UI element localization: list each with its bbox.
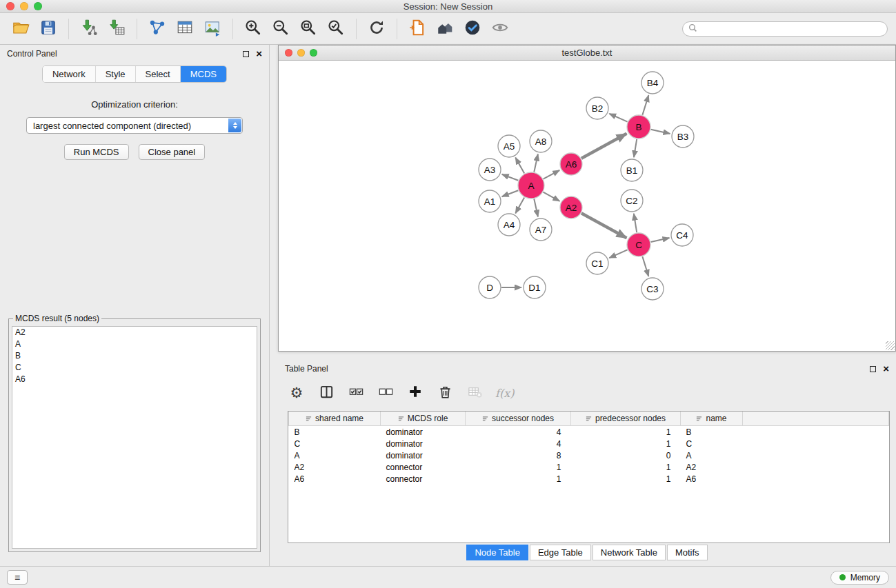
tab-network[interactable]: Network — [43, 66, 96, 82]
network-edge-A-A8[interactable] — [534, 154, 538, 172]
first-neighbors-button[interactable] — [432, 17, 457, 41]
zoom-window-button[interactable] — [34, 2, 42, 10]
tab-select[interactable]: Select — [136, 66, 181, 82]
network-node-C4[interactable]: C4 — [671, 224, 693, 246]
zoom-out-button[interactable] — [268, 17, 293, 41]
app-badge-button[interactable] — [460, 17, 485, 41]
network-node-B[interactable]: B — [627, 115, 650, 139]
window-resize-grip[interactable] — [886, 341, 895, 350]
new-network-button[interactable] — [145, 17, 170, 41]
tab-edge-table[interactable]: Edge Table — [530, 545, 591, 560]
network-edge-B-B1[interactable] — [634, 139, 637, 157]
network-node-C3[interactable]: C3 — [641, 278, 664, 300]
network-edge-A-A6[interactable] — [544, 170, 560, 179]
tab-style[interactable]: Style — [96, 66, 136, 82]
network-node-B4[interactable]: B4 — [641, 72, 664, 94]
tab-network-table[interactable]: Network Table — [593, 545, 666, 560]
tab-mcds[interactable]: MCDS — [181, 66, 226, 82]
table-row[interactable]: Bdominator41B — [289, 426, 889, 438]
node-table-container[interactable]: shared nameMCDS rolesuccessor nodesprede… — [288, 411, 890, 543]
network-zoom-button[interactable] — [310, 49, 317, 57]
show-hide-button[interactable] — [488, 17, 512, 41]
column-header-name[interactable]: name — [681, 412, 743, 426]
network-canvas[interactable]: AA6A2BCA5A8A3A1A4A7B1B2B3B4C1C2C3C4DD1 — [279, 61, 895, 351]
close-table-panel-icon[interactable]: × — [883, 365, 889, 372]
network-edge-C-C4[interactable] — [651, 238, 670, 242]
save-session-button[interactable] — [36, 17, 61, 41]
network-edge-A-A2[interactable] — [544, 192, 560, 201]
import-network-button[interactable] — [77, 17, 101, 41]
delete-column-button[interactable] — [436, 384, 454, 402]
result-item[interactable]: A6 — [12, 374, 257, 385]
column-header-predecessor-nodes[interactable]: predecessor nodes — [571, 412, 681, 426]
dropdown-stepper-icon[interactable] — [228, 119, 241, 132]
network-edge-B-B2[interactable] — [609, 114, 627, 122]
table-row[interactable]: Cdominator41C — [289, 438, 889, 449]
network-node-B1[interactable]: B1 — [621, 159, 643, 181]
network-node-A1[interactable]: A1 — [479, 190, 501, 212]
network-edge-A-A5[interactable] — [515, 158, 524, 174]
network-edge-A-A3[interactable] — [502, 174, 519, 181]
column-header-shared-name[interactable]: shared name — [289, 412, 381, 426]
result-item[interactable]: A — [12, 338, 257, 350]
close-panel-button[interactable]: Close panel — [139, 144, 206, 160]
network-node-C[interactable]: C — [627, 233, 650, 256]
table-row[interactable]: Adominator80A — [289, 449, 889, 461]
network-minimize-button[interactable] — [297, 49, 305, 57]
optimization-criterion-dropdown[interactable]: largest connected component (directed) — [26, 117, 243, 134]
tab-motifs[interactable]: Motifs — [667, 545, 708, 560]
network-node-D1[interactable]: D1 — [524, 276, 546, 298]
open-file-button[interactable] — [405, 17, 430, 41]
unselect-all-button[interactable] — [377, 384, 395, 402]
new-table-button[interactable] — [172, 17, 197, 41]
column-header-MCDS-role[interactable]: MCDS role — [381, 412, 466, 426]
mcds-result-list[interactable]: A2ABCA6 — [12, 326, 257, 549]
network-node-A4[interactable]: A4 — [498, 214, 520, 236]
close-window-button[interactable] — [6, 2, 14, 10]
network-close-button[interactable] — [285, 49, 292, 57]
export-image-button[interactable] — [200, 17, 225, 41]
refresh-button[interactable] — [364, 17, 389, 41]
zoom-selected-button[interactable] — [323, 17, 348, 41]
task-history-button[interactable]: ≡ — [7, 570, 28, 585]
column-header-successor-nodes[interactable]: successor nodes — [466, 412, 571, 426]
network-edge-A-A1[interactable] — [502, 190, 519, 196]
network-node-A7[interactable]: A7 — [530, 219, 552, 241]
table-row[interactable]: A6connector11A6 — [289, 473, 889, 485]
close-panel-icon[interactable]: × — [256, 50, 262, 57]
network-node-A6[interactable]: A6 — [560, 153, 582, 175]
float-table-panel-icon[interactable] — [870, 366, 876, 372]
network-node-A3[interactable]: A3 — [479, 159, 501, 181]
network-node-A[interactable]: A — [518, 172, 544, 199]
network-node-C1[interactable]: C1 — [586, 252, 608, 274]
table-settings-button[interactable]: ⚙ — [288, 384, 306, 402]
zoom-in-button[interactable] — [241, 17, 266, 41]
float-panel-icon[interactable] — [243, 51, 249, 57]
minimize-window-button[interactable] — [20, 2, 28, 10]
network-node-A5[interactable]: A5 — [498, 135, 520, 157]
network-node-B3[interactable]: B3 — [672, 125, 694, 148]
network-edge-A-A7[interactable] — [534, 199, 538, 217]
network-edge-C-C1[interactable] — [609, 250, 627, 258]
network-node-B2[interactable]: B2 — [586, 97, 608, 119]
select-all-button[interactable] — [347, 384, 365, 402]
network-node-A2[interactable]: A2 — [560, 196, 582, 219]
search-box[interactable] — [682, 21, 888, 37]
network-node-D[interactable]: D — [479, 276, 501, 298]
search-input[interactable] — [701, 24, 882, 34]
memory-button[interactable]: Memory — [830, 571, 889, 585]
tab-node-table[interactable]: Node Table — [466, 545, 528, 560]
zoom-fit-button[interactable] — [296, 17, 321, 41]
result-item[interactable]: B — [12, 350, 257, 362]
network-edge-A6-B[interactable] — [581, 134, 627, 159]
network-edge-C-C3[interactable] — [642, 256, 648, 276]
network-edge-C-C2[interactable] — [634, 214, 637, 232]
result-item[interactable]: C — [12, 362, 257, 374]
import-table-button[interactable] — [104, 17, 129, 41]
network-edge-A2-C[interactable] — [581, 213, 627, 238]
network-edge-B-B4[interactable] — [642, 95, 648, 115]
network-window-titlebar[interactable]: testGlobe.txt — [279, 45, 895, 61]
show-columns-button[interactable] — [317, 384, 335, 402]
network-edge-B-B3[interactable] — [651, 130, 670, 134]
result-item[interactable]: A2 — [12, 327, 257, 338]
